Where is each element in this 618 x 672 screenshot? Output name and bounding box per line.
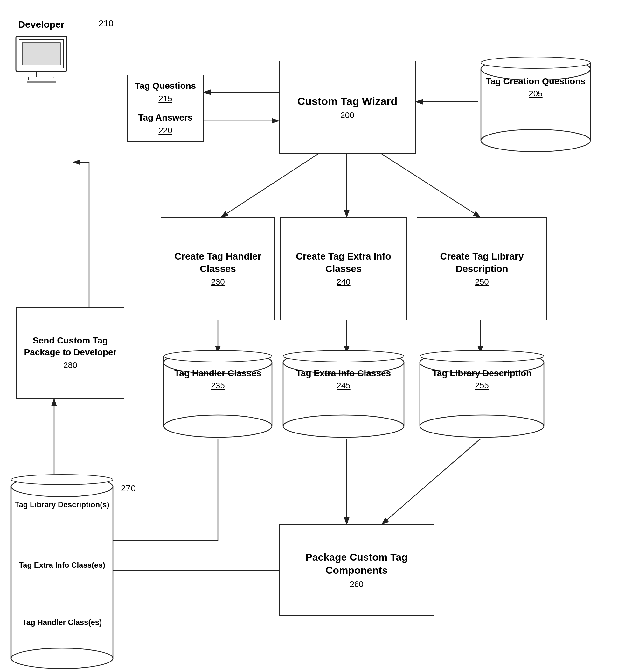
svg-rect-24: [27, 82, 56, 83]
label-210: 210: [99, 18, 114, 29]
svg-point-51: [11, 474, 113, 485]
diagram-container: Developer 210 Tag Questions 215 Tag Answ…: [0, 0, 618, 672]
tag-extra-cyl-svg: [280, 350, 407, 439]
create-tag-handler-box: Create Tag Handler Classes 230: [161, 217, 275, 320]
developer-label: Developer: [18, 19, 64, 30]
svg-point-27: [481, 129, 590, 152]
svg-line-5: [221, 154, 318, 217]
tag-library-cyl-svg: [417, 350, 547, 439]
tag-library-desc-cyl: Tag Library Description 255: [417, 350, 547, 439]
send-custom-box: Send Custom Tag Package to Developer 280: [16, 307, 124, 399]
svg-line-7: [382, 154, 480, 217]
svg-point-40: [283, 350, 404, 362]
tag-creation-questions-cyl: Tag Creation Questions 205: [478, 56, 594, 153]
svg-line-12: [382, 439, 480, 525]
tag-handler-classes-cyl: Tag Handler Classes 235: [161, 350, 275, 439]
computer-icon: [10, 33, 73, 84]
tag-handler-cyl-svg: [161, 350, 275, 439]
custom-tag-wizard-box: Custom Tag Wizard 200: [279, 61, 416, 154]
svg-point-45: [420, 415, 544, 437]
tag-questions-box: Tag Questions 215: [127, 75, 204, 110]
create-tag-extra-box: Create Tag Extra Info Classes 240: [280, 217, 407, 320]
developer-area: Developer: [10, 19, 73, 84]
svg-point-33: [164, 415, 272, 437]
svg-point-39: [283, 415, 404, 437]
label-270: 270: [121, 483, 136, 493]
package-custom-box: Package Custom Tag Components 260: [279, 525, 434, 616]
tag-creation-questions-svg: [478, 56, 594, 153]
stacked-cyl-270: Tag Library Description(s) Tag Extra Inf…: [10, 474, 114, 671]
svg-point-34: [164, 350, 272, 362]
svg-rect-23: [22, 42, 61, 65]
svg-point-46: [420, 350, 544, 362]
create-tag-library-box: Create Tag Library Description 250: [417, 217, 547, 320]
svg-point-28: [481, 57, 590, 69]
svg-rect-22: [29, 77, 54, 80]
tag-extra-info-cyl: Tag Extra Info Classes 245: [280, 350, 407, 439]
svg-rect-49: [11, 486, 113, 658]
tag-answers-box: Tag Answers 220: [127, 107, 204, 141]
svg-point-54: [11, 648, 113, 669]
